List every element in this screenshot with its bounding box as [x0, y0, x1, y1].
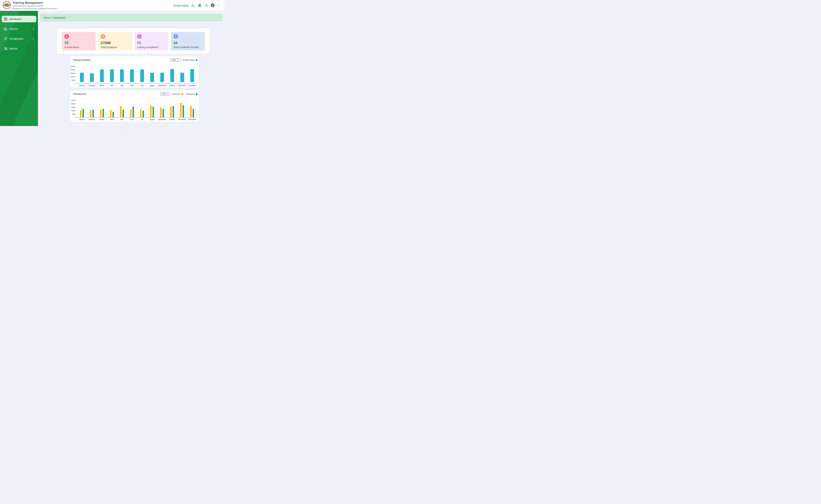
training-management-app: BTRC Training Management Human Resource …	[0, 0, 224, 126]
process-icon	[4, 27, 7, 31]
apps-grid-icon	[198, 4, 201, 7]
reports-icon	[4, 47, 7, 50]
sidebar-item-label: Process	[9, 28, 32, 30]
bank-icon	[64, 34, 69, 39]
logo-text: BTRC	[4, 4, 10, 6]
chevron-right-icon	[32, 37, 34, 40]
bar-allawance	[172, 106, 174, 117]
building-icon	[101, 34, 105, 39]
app-title: Training Management	[13, 1, 57, 5]
chevron-down-icon	[167, 94, 168, 95]
bar-monthly-salary	[110, 69, 114, 82]
bar-deduction	[120, 106, 121, 117]
chevron-right-icon	[32, 28, 34, 30]
brand-text: Training Management Human Resource Manag…	[13, 1, 57, 10]
bar-deduction	[170, 107, 171, 117]
stat-card-training-completion: 71 Training Completion	[135, 32, 168, 50]
breadcrumb: Home / Dashboard	[40, 14, 223, 21]
bar-monthly-salary	[170, 69, 174, 82]
legend-item: Deduction	[172, 93, 183, 95]
chart-legend: Monthly Salary	[182, 59, 197, 61]
breadcrumb-current: Dashboard	[53, 16, 65, 19]
stat-value: 24	[173, 41, 202, 45]
stat-value: 73	[64, 41, 93, 45]
legend-item: Allawance	[186, 93, 197, 95]
profile-chevron-down-icon[interactable]	[217, 4, 220, 7]
app-subtitle-org: Bangladesh Telecommunication Regulatory …	[13, 7, 57, 10]
bar-deduction	[100, 109, 101, 117]
sidebar-item-label: Configuration	[9, 37, 32, 40]
bar-monthly-salary	[150, 73, 154, 82]
legend-swatch	[195, 59, 197, 61]
stat-card-total-certificate: 24 Total Certificate Provide	[171, 32, 205, 50]
brand: BTRC Training Management Human Resource …	[2, 1, 57, 10]
bar-allawance	[122, 109, 124, 117]
bar-monthly-salary	[160, 73, 164, 82]
bar-deduction	[180, 103, 181, 117]
stat-card-current-batch: 73 Current Batch	[62, 32, 96, 50]
training-cost-chart-card: Training Cost 2024 DeductionAllawance 05…	[70, 90, 199, 122]
legend-item: Monthly Salary	[182, 59, 197, 61]
legend-swatch	[195, 93, 197, 95]
bar-allawance	[132, 107, 134, 117]
stat-value: 27688	[101, 41, 129, 45]
sidebar-item-configuration[interactable]: Configuration	[2, 35, 36, 42]
stat-label: Total Certificate Provide	[173, 46, 202, 49]
dashboard-icon	[4, 17, 7, 21]
bar-monthly-salary	[140, 69, 144, 82]
bar-monthly-salary	[80, 73, 84, 82]
stats-panel: 73 Current Batch 27688 Total Employee	[57, 28, 210, 54]
top-bar-actions: System Admin	[173, 3, 220, 8]
year-select-value: 2024	[162, 93, 166, 95]
bar-deduction	[190, 106, 191, 117]
configuration-icon	[4, 37, 7, 40]
chart-legend: DeductionAllawance	[172, 93, 197, 95]
user-avatar[interactable]	[211, 3, 215, 7]
chart-plot-area: 0500m1000m1500m2000m3000m JanuaryFebruar…	[70, 64, 199, 88]
btrc-logo: BTRC	[2, 1, 11, 10]
sidebar-item-dashboard[interactable]: Dashboard	[2, 16, 36, 22]
chart-title: Training Cost	[73, 93, 86, 95]
bar-monthly-salary	[120, 69, 124, 82]
bar-monthly-salary	[130, 69, 134, 82]
bar-monthly-salary	[90, 73, 94, 82]
bar-deduction	[90, 110, 91, 117]
top-bar: BTRC Training Management Human Resource …	[0, 0, 224, 11]
bar-allawance	[162, 109, 164, 117]
apps-grid-button[interactable]	[197, 3, 202, 8]
bar-allawance	[102, 109, 104, 117]
sidebar: Dashboard Process	[0, 11, 38, 126]
breadcrumb-home[interactable]: Home /	[43, 16, 51, 19]
bar-deduction	[160, 108, 161, 117]
sidebar-item-label: Reports	[9, 47, 34, 50]
training-schedule-chart-card: Training Schedule 2024 Monthly Salary 05…	[70, 56, 199, 88]
user-switch-icon[interactable]	[191, 4, 195, 7]
bar-monthly-salary	[180, 73, 184, 82]
bar-allawance	[142, 111, 144, 117]
bar-deduction	[110, 110, 111, 117]
notifications-bell-icon[interactable]	[204, 4, 208, 7]
stat-card-total-employee: 27688 Total Employee	[98, 32, 132, 50]
year-select[interactable]: 2024	[160, 92, 170, 96]
bar-deduction	[150, 105, 151, 117]
bar-allawance	[112, 112, 114, 117]
bar-allawance	[152, 107, 154, 117]
bar-allawance	[182, 105, 184, 117]
stat-label: Total Employee	[101, 46, 129, 49]
app-subtitle-hrm: Human Resource Management (HRM)	[13, 5, 57, 7]
chart-title: Training Schedule	[73, 59, 90, 61]
person-icon	[137, 34, 142, 39]
year-select[interactable]: 2024	[170, 58, 180, 62]
sidebar-item-process[interactable]: Process	[2, 26, 36, 32]
chart-plot-area: 0500k1000k1500k2000k3000k JanuaryFebruar…	[70, 98, 199, 122]
bar-allawance	[192, 109, 194, 117]
legend-swatch	[181, 93, 183, 95]
sidebar-item-reports[interactable]: Reports	[2, 45, 36, 52]
certificate-icon	[173, 34, 178, 39]
bar-deduction	[140, 109, 141, 117]
bar-deduction	[130, 109, 131, 117]
system-admin-link[interactable]: System Admin	[173, 4, 188, 7]
year-select-value: 2024	[172, 59, 176, 61]
bar-monthly-salary	[190, 69, 194, 82]
main-content: Home / Dashboard 73 Current Batch	[38, 11, 224, 126]
